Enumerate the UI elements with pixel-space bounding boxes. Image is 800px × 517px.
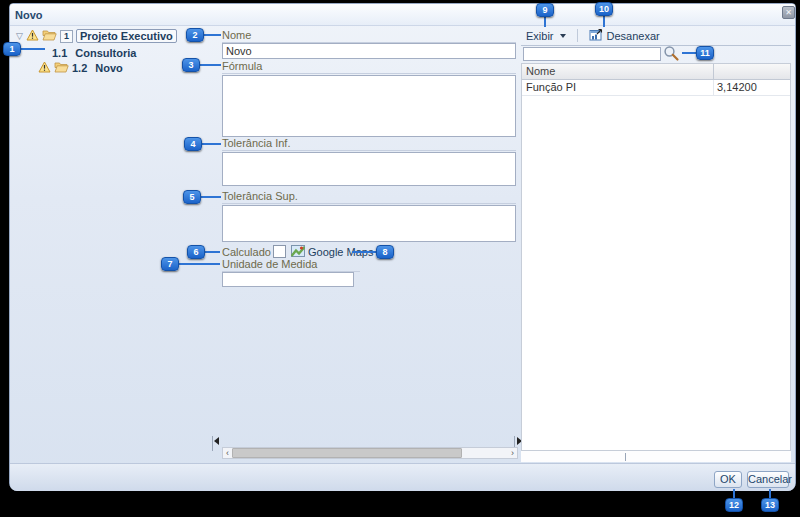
nome-label: Nome xyxy=(222,29,516,43)
search-icon[interactable] xyxy=(663,45,680,64)
table-cell-nome[interactable]: Função PI xyxy=(522,80,714,95)
tolerancia-inf-textarea[interactable] xyxy=(222,152,516,186)
tree-node-label[interactable]: Consultoria xyxy=(75,47,136,59)
table-row[interactable]: Função PI 3,14200 xyxy=(522,80,790,96)
warning-icon xyxy=(26,29,39,43)
callout-line xyxy=(179,263,220,265)
scroll-left-icon[interactable]: ‹ xyxy=(223,448,232,458)
callout-badge-4: 4 xyxy=(184,137,202,151)
tree-node-consultoria[interactable]: 1.1 Consultoria xyxy=(52,46,136,60)
callout-badge-12: 12 xyxy=(725,498,743,512)
calculado-label: Calculado xyxy=(222,246,271,258)
dialog-footer xyxy=(10,463,795,491)
callout-badge-11: 11 xyxy=(696,46,714,60)
tree-node-number: 1.1 xyxy=(52,47,67,59)
collapse-arrow-icon xyxy=(214,437,219,445)
tree-node-number: 1.2 xyxy=(72,62,87,74)
table-header-row: Nome xyxy=(522,64,790,80)
callout-line xyxy=(682,52,696,54)
cancelar-button[interactable]: Cancelar xyxy=(747,471,789,488)
formula-label: Fórmula xyxy=(222,60,516,74)
unidade-label: Unidade de Medida xyxy=(222,258,360,272)
table-cell-valor[interactable]: 3,14200 xyxy=(714,80,790,95)
dialog-titlebar xyxy=(10,4,795,26)
exibir-label: Exibir xyxy=(526,30,554,42)
folder-icon xyxy=(54,61,69,75)
callout-line xyxy=(733,489,735,498)
tolerancia-sup-textarea[interactable] xyxy=(222,205,516,242)
callout-line xyxy=(769,489,771,498)
screenshot-frame: Novo ✕ ▽ 1 Projeto Executivo 1.1 Consult… xyxy=(0,0,800,517)
folder-icon xyxy=(42,29,57,43)
horizontal-scrollbar[interactable]: ‹ › xyxy=(222,447,518,459)
callout-badge-3: 3 xyxy=(182,58,200,72)
callout-line xyxy=(200,64,221,66)
formula-textarea[interactable] xyxy=(222,75,516,137)
tolerancia-inf-label: Tolerância Inf. xyxy=(222,137,516,151)
callout-badge-9: 9 xyxy=(536,3,554,17)
table-header-valor[interactable] xyxy=(714,64,790,79)
callout-line xyxy=(201,196,221,198)
splitter-collapse-left[interactable] xyxy=(212,436,218,451)
callout-line xyxy=(352,251,376,253)
table-scrollbar-strip[interactable] xyxy=(521,450,791,462)
callout-badge-13: 13 xyxy=(761,498,779,512)
callout-badge-6: 6 xyxy=(187,245,205,259)
nome-input[interactable] xyxy=(222,43,516,59)
search-input[interactable] xyxy=(523,47,661,61)
callout-line xyxy=(202,143,221,145)
desanexar-label: Desanexar xyxy=(607,30,660,42)
callout-line xyxy=(205,251,220,253)
exibir-menu-button[interactable]: Exibir xyxy=(521,28,571,44)
warning-icon xyxy=(38,61,51,75)
callout-line xyxy=(544,17,546,27)
tree-node-number-box: 1 xyxy=(60,30,73,43)
ok-button[interactable]: OK xyxy=(714,471,742,488)
expand-arrow-icon[interactable]: ▽ xyxy=(16,31,23,41)
callout-badge-7: 7 xyxy=(161,257,179,271)
tree-node-label[interactable]: Novo xyxy=(95,62,123,74)
scrollbar-thumb[interactable] xyxy=(232,448,462,458)
chevron-down-icon xyxy=(560,34,566,38)
table-header-nome[interactable]: Nome xyxy=(522,64,714,79)
tree-node-projeto-executivo[interactable]: ▽ 1 Projeto Executivo xyxy=(16,29,177,43)
callout-line xyxy=(21,48,45,50)
tree-node-label-selected[interactable]: Projeto Executivo xyxy=(76,29,177,43)
scrollbar-tick xyxy=(625,453,626,461)
callout-badge-5: 5 xyxy=(183,190,201,204)
toolbar-separator xyxy=(577,29,578,42)
unidade-input[interactable] xyxy=(222,272,354,287)
tree-node-novo[interactable]: 1.2 Novo xyxy=(38,61,123,75)
callout-line xyxy=(603,16,605,27)
callout-badge-10: 10 xyxy=(595,2,613,16)
tolerancia-sup-label: Tolerância Sup. xyxy=(222,190,516,204)
calculado-checkbox[interactable] xyxy=(273,245,286,258)
callout-line xyxy=(204,34,221,36)
scroll-right-icon[interactable]: › xyxy=(508,448,517,458)
callout-badge-1: 1 xyxy=(3,42,21,56)
dialog-title: Novo xyxy=(15,9,43,21)
desanexar-button[interactable]: Desanexar xyxy=(584,26,665,45)
attachments-table: Nome Função PI 3,14200 xyxy=(521,63,791,450)
callout-badge-8: 8 xyxy=(376,245,394,259)
attachment-toolbar: Exibir Desanexar xyxy=(521,26,791,46)
callout-badge-2: 2 xyxy=(186,28,204,42)
detach-icon xyxy=(589,28,603,43)
close-icon[interactable]: ✕ xyxy=(782,6,795,19)
